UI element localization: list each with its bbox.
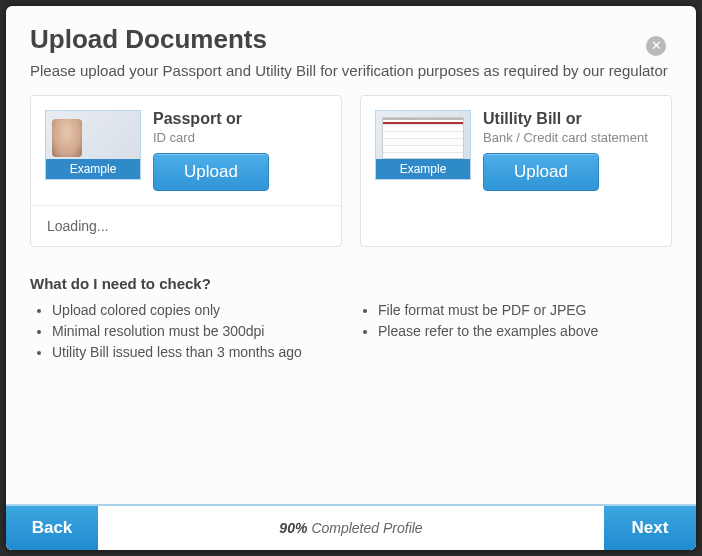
checklist-right: File format must be PDF or JPEG Please r… bbox=[356, 300, 672, 363]
bill-card-body: Example Utillity Bill or Bank / Credit c… bbox=[361, 96, 671, 205]
passport-card-title: Passport or bbox=[153, 110, 269, 128]
bill-card-right: Utillity Bill or Bank / Credit card stat… bbox=[483, 110, 648, 191]
progress-indicator: 90% Completed Profile bbox=[98, 506, 604, 550]
check-item: Upload colored copies only bbox=[52, 300, 346, 321]
upload-documents-modal: ✕ Upload Documents Please upload your Pa… bbox=[6, 6, 696, 550]
check-item: File format must be PDF or JPEG bbox=[378, 300, 672, 321]
upload-cards: Example Passport or ID card Upload Loadi… bbox=[30, 95, 672, 247]
passport-card: Example Passport or ID card Upload Loadi… bbox=[30, 95, 342, 247]
check-item: Utility Bill issued less than 3 months a… bbox=[52, 342, 346, 363]
bill-card-sub: Bank / Credit card statement bbox=[483, 130, 648, 145]
example-label: Example bbox=[46, 159, 140, 179]
passport-example-image[interactable]: Example bbox=[45, 110, 141, 180]
example-label: Example bbox=[376, 159, 470, 179]
checklist: Upload colored copies only Minimal resol… bbox=[30, 300, 672, 363]
bill-card-title: Utillity Bill or bbox=[483, 110, 648, 128]
checklist-heading: What do I need to check? bbox=[30, 275, 672, 292]
page-title: Upload Documents bbox=[30, 24, 672, 55]
check-item: Minimal resolution must be 300dpi bbox=[52, 321, 346, 342]
passport-card-right: Passport or ID card Upload bbox=[153, 110, 269, 191]
bill-upload-button[interactable]: Upload bbox=[483, 153, 599, 191]
bill-example-image[interactable]: Example bbox=[375, 110, 471, 180]
bill-card: Example Utillity Bill or Bank / Credit c… bbox=[360, 95, 672, 247]
back-button[interactable]: Back bbox=[6, 506, 98, 550]
passport-card-body: Example Passport or ID card Upload bbox=[31, 96, 341, 205]
checklist-left: Upload colored copies only Minimal resol… bbox=[30, 300, 346, 363]
modal-content: Upload Documents Please upload your Pass… bbox=[6, 6, 696, 504]
modal-footer: Back 90% Completed Profile Next bbox=[6, 504, 696, 550]
progress-label: Completed Profile bbox=[311, 520, 422, 536]
check-item: Please refer to the examples above bbox=[378, 321, 672, 342]
passport-card-sub: ID card bbox=[153, 130, 269, 145]
next-button[interactable]: Next bbox=[604, 506, 696, 550]
passport-status: Loading... bbox=[31, 205, 341, 246]
progress-percent: 90% bbox=[279, 520, 307, 536]
close-button[interactable]: ✕ bbox=[646, 36, 666, 56]
passport-upload-button[interactable]: Upload bbox=[153, 153, 269, 191]
page-subtitle: Please upload your Passport and Utility … bbox=[30, 61, 672, 81]
